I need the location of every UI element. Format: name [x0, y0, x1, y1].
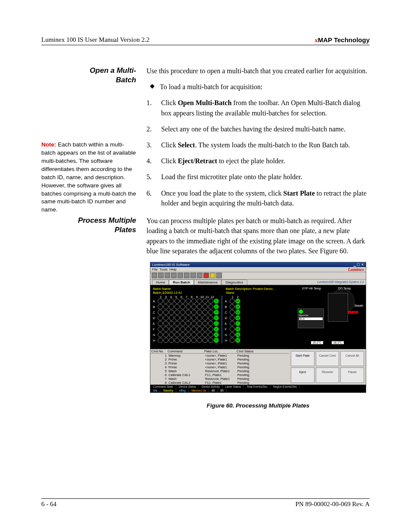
s6-pre: Once you load the plate to the system, c…: [161, 190, 283, 197]
section-title-open-multibatch: Open a Multi- Batch: [41, 66, 136, 85]
steps-list: Click Open Multi-Batch from the toolbar.…: [146, 98, 370, 208]
header-x: x: [314, 37, 318, 44]
shot-menubar: File Tools Help Luminex: [150, 267, 366, 272]
gauge-xyp-label: XYP Htr Temp: [302, 287, 321, 290]
section1-title-l2: Batch: [116, 76, 136, 84]
toolbar-icon: [158, 273, 164, 278]
toolbar-icon: [165, 273, 170, 278]
toolbar-icon: [152, 273, 157, 278]
s3-bold: Select: [178, 141, 195, 149]
gauge-footval-1: 25.2°C: [311, 341, 324, 345]
note-label: Note:: [41, 141, 56, 148]
batch-name-value: Batch,3/20/02,13:42: [153, 291, 182, 295]
batch-desc-label: Batch Description:: [226, 287, 252, 291]
menu-file: File: [152, 268, 158, 271]
section1-intro: Use this procedure to open a multi-batch…: [146, 66, 370, 76]
page-footer: 6 - 64 PN 89-00002-00-069 Rev. A: [41, 498, 370, 508]
s5-text: Load the first microtiter plate onto the…: [161, 172, 302, 182]
gauge-syson-box: Sys=On 50.3: [298, 308, 324, 328]
command-table: Cmd No.CommandPlate Loc.Cmd Status 1Warm…: [150, 349, 289, 385]
screenshot-button: Cancel Cmd: [316, 351, 339, 367]
gauge-footval-2: 28.3°C: [331, 341, 344, 345]
s4-post: to eject the plate holder.: [217, 157, 285, 165]
tab-diagnostics: Diagnostics: [221, 280, 247, 285]
gauge-syson-label: Sys=On: [299, 314, 323, 317]
tab-run-batch: Run Batch: [169, 280, 194, 285]
s3-pre: Click: [161, 141, 178, 149]
gauge-panel: XYP Htr Temp DD Temp Sheath Sys=On 50.3: [285, 287, 363, 346]
footer-pn: PN 89-00002-00-069 Rev. A: [296, 501, 370, 508]
step-1: Click Open Multi-Batch from the toolbar.…: [146, 98, 370, 118]
gauge-temp-reading: 50.3: [299, 317, 323, 320]
toolbar-icon: [177, 273, 183, 278]
s1-pre: Click: [161, 99, 178, 106]
led-green-icon: [299, 310, 303, 314]
batch-name-label: Batch Name:: [153, 287, 171, 291]
step-3: Click Select. The system loads the multi…: [146, 140, 370, 150]
gauge-thermo-icon: [328, 293, 348, 322]
step-2: Select any one of the batches having the…: [146, 124, 370, 134]
section2-title-l2: Plates: [115, 226, 136, 234]
shot-main-area: Batch Name: Batch,3/20/02,13:42 Batch De…: [150, 285, 366, 349]
shot-titlebar: Luminex100 IS Software ▁ ▢ ✕: [150, 262, 366, 267]
s2-text: Select any one of the batches having the…: [161, 124, 346, 134]
section2-body: You can process multiple plates per batc…: [146, 216, 370, 256]
shot-title: Luminex100 IS Software: [152, 263, 190, 267]
menu-help: Help: [169, 268, 176, 271]
note-body: Each batch within a multi-batch appears …: [41, 141, 136, 213]
shot-toolbar: [150, 272, 366, 280]
toolbar-icon: [171, 273, 177, 278]
s4-bold: Eject/Retract: [178, 157, 218, 165]
gauge-sheath-label: Sheath: [354, 304, 363, 307]
s6-bold: Start Plate: [283, 190, 314, 197]
margin-note: Note: Each batch within a multi-batch ap…: [41, 141, 136, 214]
header-map: MAP Technology: [318, 36, 370, 44]
toolbar-icon: [184, 273, 190, 278]
toolbar-eject-icon: [210, 273, 215, 278]
step-5: Load the first microtiter plate onto the…: [146, 172, 370, 182]
screenshot-figure: Luminex100 IS Software ▁ ▢ ✕ File Tools …: [150, 262, 366, 393]
gauge-psi-value: 6.0 PSI: [348, 311, 358, 314]
page-header: Luminex 100 IS User Manual Version 2.2 x…: [41, 36, 370, 45]
section1-title-l1: Open a Multi-: [90, 66, 136, 75]
version-label: Luminex100 Integrated System 2.2: [317, 280, 364, 283]
s4-pre: Click: [161, 157, 178, 165]
brand-logo: Luminex: [348, 267, 364, 272]
window-controls-icon: ▁ ▢ ✕: [353, 263, 364, 267]
toolbar-icon: [216, 273, 222, 278]
status-bar: Command StateDevice StatusDevice Activit…: [150, 385, 366, 392]
screenshot-button: Start Plate: [291, 351, 314, 367]
toolbar-icon: [197, 273, 202, 278]
footer-page-number: 6 - 64: [41, 501, 56, 508]
toolbar-stop-icon: [203, 273, 209, 278]
screenshot-button: Pause: [340, 367, 364, 383]
header-right: xMAP Technology: [314, 36, 370, 44]
s3-post: . The system loads the multi-batch to th…: [195, 141, 350, 149]
section2-title-l1: Process Multiple: [78, 216, 136, 224]
shot-tabbar: Home Run Batch Maintenance Diagnostics L…: [150, 280, 366, 285]
shot-lower: Cmd No.CommandPlate Loc.Cmd Status 1Warm…: [150, 349, 366, 385]
screenshot-button: Resume: [316, 367, 339, 383]
toolbar-icon: [190, 273, 196, 278]
header-left: Luminex 100 IS User Manual Version 2.2: [41, 36, 149, 44]
diamond-bullet-icon: ◆: [150, 82, 155, 92]
button-panel: Start PlateCancel CmdCancel AllEjectResu…: [289, 349, 366, 385]
figure-caption: Figure 60. Processing Multiple Plates: [146, 402, 370, 409]
screenshot-button: Cancel All: [340, 351, 364, 367]
tab-home: Home: [152, 280, 169, 285]
load-bullet: ◆ To load a multi-batch for acquisition:: [150, 82, 370, 92]
step-4: Click Eject/Retract to eject the plate h…: [146, 156, 370, 166]
menu-tools: Tools: [159, 268, 168, 271]
screenshot-button: Eject: [291, 367, 314, 383]
tab-maintenance: Maintenance: [194, 280, 221, 285]
section-title-process-plates: Process Multiple Plates: [41, 216, 136, 235]
s1-bold: Open Multi-Batch: [178, 99, 232, 106]
step-6: Once you load the plate to the system, c…: [146, 188, 370, 208]
bullet-text: To load a multi-batch for acquisition:: [160, 82, 262, 92]
